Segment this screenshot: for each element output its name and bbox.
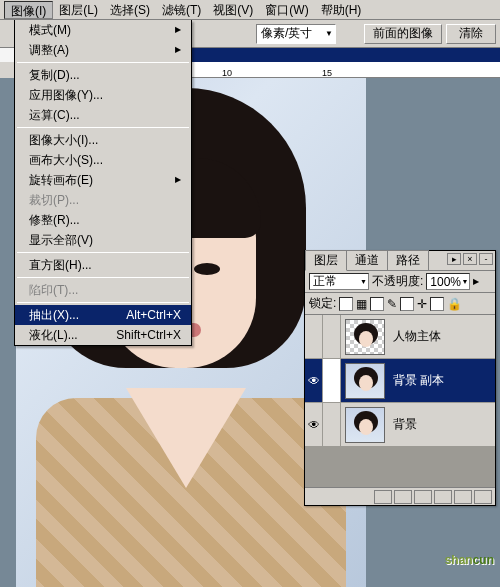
tab-channels[interactable]: 通道 (346, 250, 388, 270)
minimize-icon[interactable]: - (479, 253, 493, 265)
menu-item-canvas-size[interactable]: 画布大小(S)... (15, 150, 191, 170)
lock-image-checkbox[interactable] (370, 297, 384, 311)
brush-icon: ▦ (356, 297, 367, 311)
layer-thumbnail[interactable] (345, 319, 385, 355)
layers-empty-area (305, 447, 495, 487)
layers-footer (305, 487, 495, 505)
menu-item-extract[interactable]: 抽出(X)...Alt+Ctrl+X (15, 305, 191, 325)
opacity-arrow-icon[interactable]: ▶ (473, 277, 479, 286)
new-set-icon[interactable] (414, 490, 432, 504)
lock-transparency-checkbox[interactable] (339, 297, 353, 311)
lock-position-checkbox[interactable] (400, 297, 414, 311)
menu-separator (17, 62, 189, 63)
position-icon: ✛ (417, 297, 427, 311)
layer-mask-icon[interactable] (394, 490, 412, 504)
menu-separator (17, 277, 189, 278)
unit-select[interactable]: 像素/英寸 (256, 24, 336, 44)
menu-select[interactable]: 选择(S) (104, 1, 156, 19)
link-toggle[interactable] (323, 315, 341, 358)
visibility-toggle[interactable]: 👁 (305, 403, 323, 446)
menu-item-rotate-canvas[interactable]: 旋转画布(E) (15, 170, 191, 190)
layer-thumbnail[interactable] (345, 407, 385, 443)
delete-layer-icon[interactable] (474, 490, 492, 504)
eye-icon: 👁 (308, 374, 320, 388)
menu-item-mode[interactable]: 模式(M) (15, 20, 191, 40)
menu-item-reveal-all[interactable]: 显示全部(V) (15, 230, 191, 250)
ruler-tick: 15 (322, 68, 332, 78)
panel-menu-icon[interactable]: ▸ (447, 253, 461, 265)
new-layer-icon[interactable] (454, 490, 472, 504)
menu-item-calculations[interactable]: 运算(C)... (15, 105, 191, 125)
lock-row: 锁定: ▦ ✎ ✛ 🔒 (305, 293, 495, 315)
menu-separator (17, 127, 189, 128)
layer-name[interactable]: 背景 (389, 403, 495, 446)
visibility-toggle[interactable] (305, 315, 323, 358)
shortcut-text: Alt+Ctrl+X (126, 305, 181, 325)
layer-name[interactable]: 背景 副本 (389, 359, 495, 402)
tab-layers[interactable]: 图层 (305, 250, 347, 271)
lock-icon: 🔒 (447, 297, 462, 311)
blend-mode-select[interactable]: 正常 (309, 273, 369, 290)
menu-layer[interactable]: 图层(L) (53, 1, 104, 19)
menu-window[interactable]: 窗口(W) (259, 1, 314, 19)
layer-row[interactable]: 👁 背景 副本 (305, 359, 495, 403)
ruler-tick: 10 (222, 68, 232, 78)
menu-item-liquify[interactable]: 液化(L)...Shift+Ctrl+X (15, 325, 191, 345)
layer-row[interactable]: 👁 背景 (305, 403, 495, 447)
visibility-toggle[interactable]: 👁 (305, 359, 323, 402)
layers-panel: 图层 通道 路径 - × ▸ 正常 不透明度: 100% ▶ 锁定: ▦ ✎ ✛… (304, 250, 496, 506)
menu-item-crop: 裁切(P)... (15, 190, 191, 210)
lock-label: 锁定: (309, 295, 336, 312)
eye-icon: 👁 (308, 418, 320, 432)
menu-item-trim[interactable]: 修整(R)... (15, 210, 191, 230)
menu-item-image-size[interactable]: 图像大小(I)... (15, 130, 191, 150)
opacity-label: 不透明度: (372, 273, 423, 290)
shortcut-text: Shift+Ctrl+X (116, 325, 181, 345)
menu-image[interactable]: 图像(I) (4, 1, 53, 19)
menu-bar: 图像(I) 图层(L) 选择(S) 滤镜(T) 视图(V) 窗口(W) 帮助(H… (0, 0, 500, 20)
front-image-button[interactable]: 前面的图像 (364, 24, 442, 44)
menu-item-adjust[interactable]: 调整(A) (15, 40, 191, 60)
close-icon[interactable]: × (463, 253, 477, 265)
image-menu-dropdown: 模式(M) 调整(A) 复制(D)... 应用图像(Y)... 运算(C)...… (14, 20, 192, 346)
link-toggle[interactable] (323, 359, 341, 402)
opacity-input[interactable]: 100% (426, 273, 470, 290)
menu-item-trap: 陷印(T)... (15, 280, 191, 300)
menu-help[interactable]: 帮助(H) (315, 1, 368, 19)
layer-thumbnail[interactable] (345, 363, 385, 399)
move-icon: ✎ (387, 297, 397, 311)
link-toggle[interactable] (323, 403, 341, 446)
tab-paths[interactable]: 路径 (387, 250, 429, 270)
lock-all-checkbox[interactable] (430, 297, 444, 311)
clear-button[interactable]: 清除 (446, 24, 496, 44)
menu-filter[interactable]: 滤镜(T) (156, 1, 207, 19)
menu-item-histogram[interactable]: 直方图(H)... (15, 255, 191, 275)
layer-row[interactable]: 人物主体 (305, 315, 495, 359)
layer-options-row: 正常 不透明度: 100% ▶ (305, 271, 495, 293)
menu-item-apply-image[interactable]: 应用图像(Y)... (15, 85, 191, 105)
menu-view[interactable]: 视图(V) (207, 1, 259, 19)
menu-separator (17, 252, 189, 253)
menu-item-duplicate[interactable]: 复制(D)... (15, 65, 191, 85)
menu-separator (17, 302, 189, 303)
watermark-logo: shancun (445, 548, 494, 569)
panel-tabs: 图层 通道 路径 - × ▸ (305, 251, 495, 271)
adjustment-layer-icon[interactable] (434, 490, 452, 504)
layer-name[interactable]: 人物主体 (389, 315, 495, 358)
layer-style-icon[interactable] (374, 490, 392, 504)
